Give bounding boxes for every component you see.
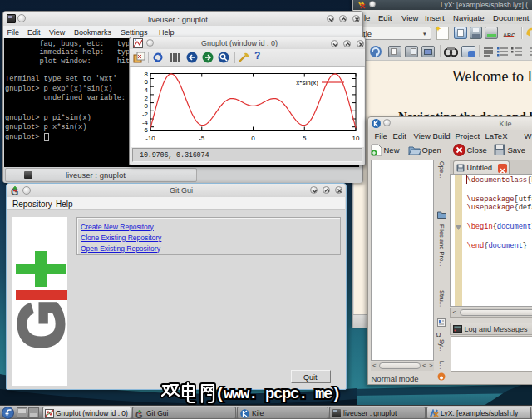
svg-text:8: 8 xyxy=(145,70,149,77)
svg-text:-4: -4 xyxy=(142,118,149,126)
svg-text:0: 0 xyxy=(145,102,149,110)
svg-text:-10: -10 xyxy=(145,135,155,142)
svg-text:4: 4 xyxy=(145,86,149,94)
svg-text:-2: -2 xyxy=(142,111,149,118)
svg-text:5: 5 xyxy=(303,135,307,142)
svg-text:-6: -6 xyxy=(142,126,149,134)
svg-text:2: 2 xyxy=(145,94,149,101)
svg-text:6: 6 xyxy=(145,78,149,86)
svg-text:(www. pcpc. me): (www. pcpc. me) xyxy=(215,385,340,403)
svg-text:0: 0 xyxy=(251,135,255,142)
svg-text:x*sin(x): x*sin(x) xyxy=(296,79,318,86)
svg-text:-5: -5 xyxy=(199,135,205,142)
svg-text:10: 10 xyxy=(352,135,360,142)
